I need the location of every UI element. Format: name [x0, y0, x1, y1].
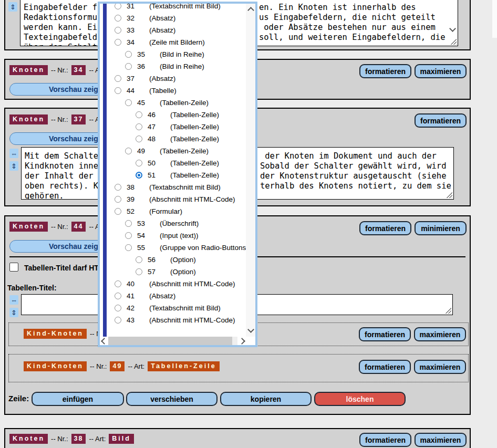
scroll-up-icon[interactable]: [246, 6, 255, 14]
radio-icon[interactable]: [125, 232, 132, 239]
loeschen-button[interactable]: löschen: [314, 392, 406, 406]
resize-handle-icon[interactable]: [445, 307, 451, 314]
popup-item-48[interactable]: 48(Tabellen-Zelle): [100, 133, 219, 145]
formatieren-button[interactable]: formatieren: [359, 433, 411, 447]
radio-icon[interactable]: [115, 208, 121, 215]
popup-item-label: (Zeile mit Bildern): [149, 38, 205, 46]
radio-icon[interactable]: [115, 293, 121, 299]
popup-item-53[interactable]: 53(Überschrift): [100, 217, 199, 230]
scroll-down-icon[interactable]: [246, 325, 255, 334]
popup-item-44[interactable]: 44(Tabelle): [100, 85, 177, 97]
vertical-resize-icon[interactable]: ⇕: [8, 2, 17, 12]
popup-item-label: (Abschnitt mit HTML-Code): [149, 280, 235, 288]
popup-item-50[interactable]: 50(Tabellen-Zelle): [100, 157, 219, 169]
popup-item-label: (Formular): [149, 207, 182, 215]
radio-icon[interactable]: [115, 4, 121, 9]
vertical-resize-icon[interactable]: ⇕: [9, 161, 18, 171]
popup-item-number: 36: [137, 62, 151, 70]
radio-icon[interactable]: [136, 160, 142, 166]
radio-icon[interactable]: [125, 220, 132, 227]
popup-item-number: 35: [137, 50, 151, 58]
radio-icon[interactable]: [115, 280, 121, 287]
radio-icon[interactable]: [125, 51, 132, 58]
popup-item-56[interactable]: 56(Option): [100, 254, 196, 266]
maximieren-button[interactable]: maximieren: [414, 360, 466, 374]
popup-item-49[interactable]: 49(Tabellen-Zeile): [100, 145, 209, 157]
popup-item-31[interactable]: 31(Textabschnitt mit Bild): [100, 4, 221, 12]
radio-icon[interactable]: [115, 87, 121, 94]
formatieren-button[interactable]: formatieren: [359, 327, 411, 341]
formatieren-button[interactable]: formatieren: [415, 113, 467, 128]
formatieren-button[interactable]: formatieren: [359, 360, 411, 374]
popup-item-52[interactable]: 52(Formular): [100, 205, 182, 217]
radio-icon[interactable]: [136, 268, 142, 275]
radio-icon[interactable]: [125, 63, 132, 70]
popup-item-34[interactable]: 34(Zeile mit Bildern): [100, 36, 205, 48]
popup-item-number: 31: [127, 4, 140, 10]
radio-icon[interactable]: [115, 305, 121, 311]
scroll-right-icon[interactable]: [237, 337, 246, 345]
horizontal-resize-icon[interactable]: ⇔: [9, 149, 18, 158]
radio-icon[interactable]: [115, 184, 121, 191]
vertical-resize-icon[interactable]: ⇕: [9, 308, 18, 317]
kind-knoten-badge: Kind-Knoten: [24, 361, 87, 371]
popup-item-36[interactable]: 36(Bild in Reihe): [100, 60, 204, 72]
radio-icon[interactable]: [115, 39, 121, 46]
popup-item-54[interactable]: 54(Input (text)): [100, 230, 199, 242]
minimieren-button[interactable]: minimieren: [415, 221, 467, 235]
popup-item-38[interactable]: 38(Textabschnitt mit Bild): [100, 181, 221, 193]
radio-icon[interactable]: [115, 75, 121, 82]
page-root: ⇕ Eingabefelder für en. Ein Knoten ist i…: [0, 0, 497, 448]
kind-art-badge: Tabellen-Zeile: [148, 361, 219, 371]
popup-item-35[interactable]: 35(Bild in Reihe): [100, 48, 204, 60]
popup-vertical-scrollbar[interactable]: [246, 4, 255, 337]
popup-item-55[interactable]: 55(Gruppe von Radio-Buttons): [100, 242, 246, 254]
popup-item-label: (Bild in Reihe): [160, 50, 204, 58]
scroll-down-icon[interactable]: [450, 24, 455, 33]
radio-icon[interactable]: [115, 27, 121, 34]
kopieren-button[interactable]: kopieren: [220, 392, 312, 406]
radio-icon[interactable]: [125, 99, 132, 106]
popup-item-51[interactable]: 51(Tabellen-Zelle): [100, 169, 219, 181]
maximieren-button[interactable]: maximieren: [414, 327, 466, 341]
einfuegen-button[interactable]: einfügen: [32, 392, 124, 406]
formatieren-button[interactable]: formatieren: [359, 221, 411, 235]
radio-icon[interactable]: [115, 15, 121, 22]
scrollbar-thumb[interactable]: [108, 337, 232, 345]
radio-icon[interactable]: [115, 196, 121, 203]
popup-item-37[interactable]: 37(Absatz): [100, 72, 175, 85]
popup-item-33[interactable]: 33(Absatz): [100, 24, 175, 36]
radio-icon[interactable]: [136, 256, 142, 263]
horizontal-resize-icon[interactable]: ⇔: [9, 295, 18, 305]
popup-item-40[interactable]: 40(Abschnitt mit HTML-Code): [100, 278, 235, 290]
radio-icon[interactable]: [125, 148, 132, 154]
scroll-left-icon[interactable]: [100, 337, 108, 345]
html-allowed-checkbox[interactable]: [9, 263, 18, 272]
radio-icon[interactable]: [125, 244, 132, 251]
radio-icon[interactable]: [136, 172, 142, 179]
popup-item-45[interactable]: 45(Tabellen-Zeile): [100, 97, 209, 109]
radio-icon[interactable]: [136, 123, 142, 130]
radio-icon[interactable]: [136, 136, 142, 142]
maximieren-button[interactable]: maximieren: [415, 64, 467, 78]
popup-item-number: 45: [137, 99, 151, 107]
popup-item-42[interactable]: 42(Textabschnitt mit Bild): [100, 302, 221, 314]
popup-item-number: 37: [127, 75, 140, 82]
verschieben-button[interactable]: verschieben: [126, 392, 218, 406]
popup-item-47[interactable]: 47(Tabellen-Zelle): [100, 121, 219, 133]
popup-item-43[interactable]: 43(Abschnitt mit HTML-Code): [100, 314, 235, 326]
formatieren-button[interactable]: formatieren: [359, 64, 411, 78]
popup-item-57[interactable]: 57(Option): [100, 266, 196, 278]
popup-item-number: 46: [148, 111, 161, 119]
radio-icon[interactable]: [136, 111, 142, 118]
radio-icon[interactable]: [115, 317, 121, 324]
maximieren-button[interactable]: maximieren: [415, 433, 467, 447]
popup-horizontal-scrollbar[interactable]: [100, 337, 246, 345]
popup-item-41[interactable]: 41(Absatz): [100, 290, 175, 302]
popup-item-32[interactable]: 32(Absatz): [100, 12, 175, 24]
popup-node-list: 31(Textabschnitt mit Bild)32(Absatz)33(A…: [100, 4, 246, 337]
popup-item-label: (Tabellen-Zelle): [170, 135, 219, 143]
popup-item-39[interactable]: 39(Abschnitt mit HTML-Code): [100, 193, 235, 205]
popup-item-46[interactable]: 46(Tabellen-Zelle): [100, 109, 219, 121]
nr-separator: -- Nr.:: [51, 116, 68, 123]
